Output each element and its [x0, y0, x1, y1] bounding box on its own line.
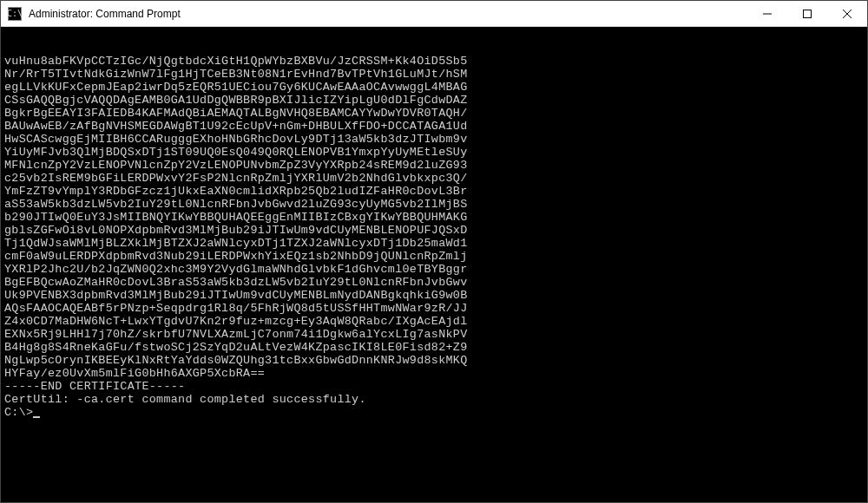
terminal-line: -----END CERTIFICATE----- — [4, 380, 864, 393]
window-title: Administrator: Command Prompt — [29, 8, 747, 20]
terminal-line: NgLwp5cOrynIKBEEyKlNxRtYaYdds0WZQUhg31tc… — [4, 354, 864, 367]
terminal-line: HYFay/ez0UvXm5mlFiG0bHh6AXGP5XcbRA== — [4, 367, 864, 380]
terminal-line: b290JTIwQ0EuY3JsMIIBNQYIKwYBBQUHAQEEggEn… — [4, 211, 864, 224]
cursor — [33, 416, 40, 418]
prompt: C:\> — [4, 406, 33, 419]
terminal-line: Nr/RrT5TIvtNdkGizWnW7lFg1HjTCeEB3Nt08N1r… — [4, 68, 864, 81]
terminal-line: CSsGAQQBgjcVAQQDAgEAMB0GA1UdDgQWBBR9pBXI… — [4, 94, 864, 107]
terminal-line: egLLVkKUFxCepmJEap2iwrDq5zEQR51UECiou7Gy… — [4, 81, 864, 94]
terminal-line: YmFzZT9vYmplY3RDbGFzcz1jUkxEaXN0cmlidXRp… — [4, 185, 864, 198]
terminal-line: BAUwAwEB/zAfBgNVHSMEGDAWgBT1U92cEcUpV+nG… — [4, 120, 864, 133]
terminal-line: cmF0aW9uLERDPXdpbmRvd3Nub29iLERDPWxhYixE… — [4, 250, 864, 263]
cmd-icon: C:\ — [8, 7, 22, 21]
close-button[interactable] — [827, 1, 867, 26]
terminal-line: HwSCAScwggEjMIIBH6CCARugggEXhoHNbGRhcDov… — [4, 133, 864, 146]
minimize-button[interactable] — [747, 1, 787, 26]
terminal-line: Tj1QdWJsaWMlMjBLZXklMjBTZXJ2aWNlcyxDTj1T… — [4, 237, 864, 250]
terminal-output[interactable]: vuHnu8abFKVpCCTzIGc/NjQgtbdcXiGtH1QpWYbz… — [1, 27, 867, 502]
terminal-line: CertUtil: -ca.cert command completed suc… — [4, 393, 864, 406]
terminal-line: MFNlcnZpY2VzLENOPVNlcnZpY2VzLENOPUNvbmZp… — [4, 159, 864, 172]
minimize-icon — [763, 10, 772, 18]
maximize-icon — [803, 10, 812, 18]
terminal-line: EXNx5Rj9LHHl7j70hZ/skrbfU7NVLXAzmLjC7onm… — [4, 328, 864, 341]
command-prompt-window: C:\ Administrator: Command Prompt vuHnu8… — [0, 0, 868, 503]
terminal-line: B4Hg8g8S4RneKaGFu/fstwoSCj2SzYqD2uALtVez… — [4, 341, 864, 354]
terminal-line: aS53aW5kb3dzLW5vb2IuY29tL0NlcnRFbnJvbGwv… — [4, 198, 864, 211]
close-icon — [843, 10, 852, 18]
terminal-line: Uk9PVENBX3dpbmRvd3MlMjBub29iJTIwUm9vdCUy… — [4, 289, 864, 302]
terminal-line: BgkrBgEEAYI3FAIEDB4KAFMAdQBiAEMAQTALBgNV… — [4, 107, 864, 120]
terminal-line: AQsFAAOCAQEABf5rPNzp+Seqpdrg1Rl8q/5FhRjW… — [4, 302, 864, 315]
terminal-line: Z4x0CD7MaDHW6NcT+LwxYTgdvU7Kn2r9fuz+mzcg… — [4, 315, 864, 328]
titlebar[interactable]: C:\ Administrator: Command Prompt — [1, 1, 867, 27]
window-controls — [747, 1, 867, 26]
terminal-line: YXRlP2Jhc2U/b2JqZWN0Q2xhc3M9Y2VydGlmaWNh… — [4, 263, 864, 276]
maximize-button[interactable] — [787, 1, 827, 26]
terminal-line: BgEFBQcwAoZMaHR0cDovL3BraS53aW5kb3dzLW5v… — [4, 276, 864, 289]
terminal-line: YiUyMFJvb3QlMjBDQSxDTj1ST09UQ0EsQ049Q0RQ… — [4, 146, 864, 159]
terminal-line: gblsZGFwOi8vL0NOPXdpbmRvd3MlMjBub29iJTIw… — [4, 224, 864, 237]
terminal-line: c25vb2IsREM9bGFiLERDPWxvY2FsP2NlcnRpZmlj… — [4, 172, 864, 185]
svg-rect-1 — [804, 10, 812, 17]
terminal-line: vuHnu8abFKVpCCTzIGc/NjQgtbdcXiGtH1QpWYbz… — [4, 55, 864, 68]
